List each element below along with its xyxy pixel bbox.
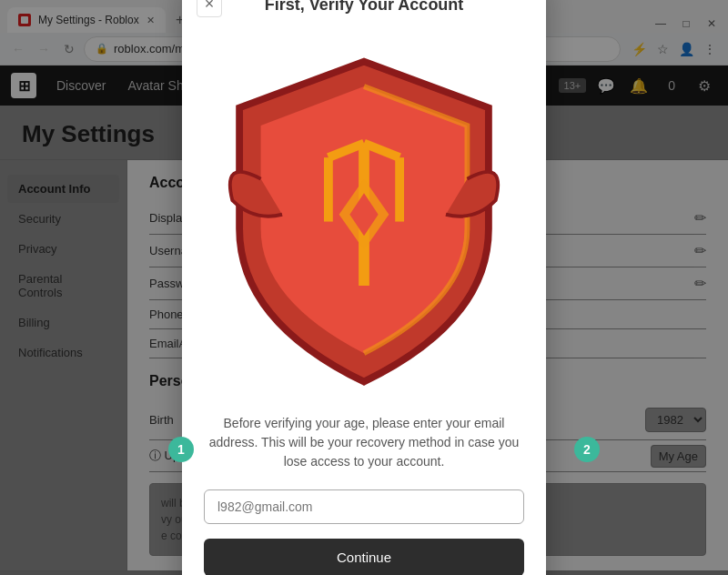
shield-icon — [204, 44, 524, 399]
modal-header: × First, Verify Your Account — [182, 0, 546, 15]
modal-close-btn[interactable]: × — [197, 0, 222, 17]
modal-body: Before verifying your age, please enter … — [182, 15, 546, 575]
verify-modal: × First, Verify Your Account — [182, 0, 546, 575]
modal-title: First, Verify Your Account — [265, 0, 464, 15]
email-input[interactable] — [204, 489, 524, 524]
modal-description: Before verifying your age, please enter … — [204, 414, 524, 471]
modal-overlay: × First, Verify Your Account — [0, 0, 728, 575]
step-badge-2: 2 — [574, 437, 600, 462]
email-input-wrapper — [204, 489, 524, 524]
shield-container — [204, 44, 524, 399]
step-badge-1: 1 — [168, 437, 194, 462]
continue-button[interactable]: Continue — [204, 539, 524, 575]
